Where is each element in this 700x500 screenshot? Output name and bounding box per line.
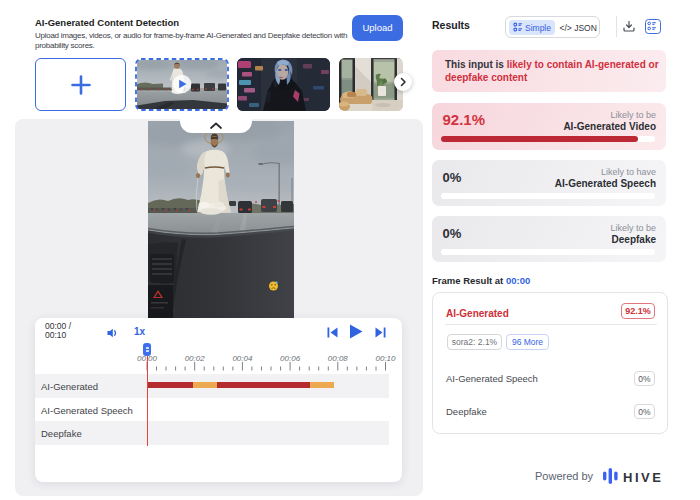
svg-text:00:08: 00:08 xyxy=(328,354,349,363)
svg-text:00:02: 00:02 xyxy=(185,354,206,363)
svg-text:00:04: 00:04 xyxy=(232,354,253,363)
svg-text:00:06: 00:06 xyxy=(280,354,301,363)
svg-text:00:10: 00:10 xyxy=(375,354,396,363)
